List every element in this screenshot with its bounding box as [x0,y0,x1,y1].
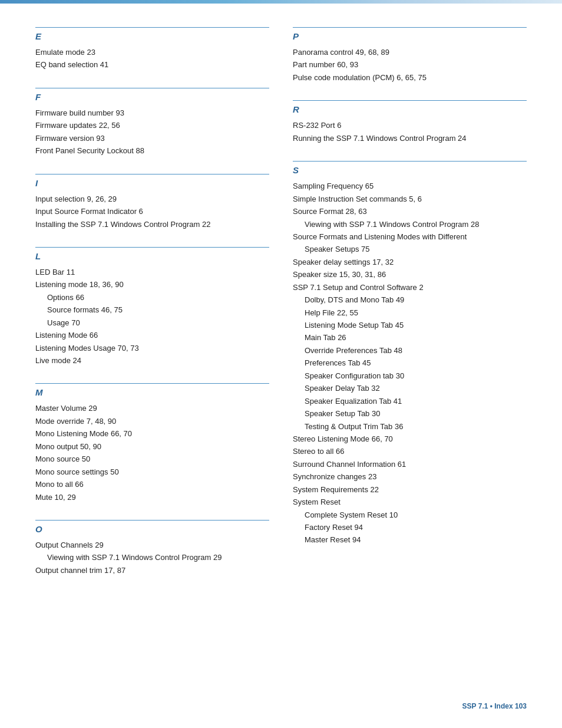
index-entry: Output channel trim 17, 87 [35,564,269,577]
index-entry: Override Preferences Tab 48 [293,344,527,357]
index-entry: Speaker size 15, 30, 31, 86 [293,268,527,281]
index-entry: Speaker Setup Tab 30 [293,407,527,420]
section-header: F [35,88,269,102]
index-entry: Live mode 24 [35,354,269,367]
index-entry: LED Bar 11 [35,266,269,278]
index-entry: EQ band selection 41 [35,58,269,71]
section-header: R [293,100,527,114]
index-entry: Source Formats and Listening Modes with … [293,230,527,243]
index-entry: Firmware version 93 [35,132,269,144]
page-content: EEmulate mode 23EQ band selection 41FFir… [0,4,562,628]
index-entry: Running the SSP 7.1 Windows Control Prog… [293,132,527,144]
index-entry: Sampling Frequency 65 [293,180,527,192]
left-column: EEmulate mode 23EQ band selection 41FFir… [35,27,269,593]
footer-text: SSP 7.1 • Index 103 [462,702,527,710]
index-section-m: MMaster Volume 29Mode override 7, 48, 90… [35,383,269,503]
index-section-i: IInput selection 9, 26, 29Input Source F… [35,174,269,230]
index-entry: Factory Reset 94 [293,521,527,533]
index-entry: Speaker Setups 75 [293,243,527,255]
index-entry: System Requirements 22 [293,483,527,496]
section-letter: E [35,31,41,41]
index-entry: Viewing with SSP 7.1 Windows Control Pro… [35,551,269,564]
index-entry: Synchronize changes 23 [293,470,527,483]
index-entry: Speaker delay settings 17, 32 [293,256,527,268]
index-entry: Help File 22, 55 [293,307,527,319]
index-entry: Input selection 9, 26, 29 [35,193,269,205]
index-entry: Mono to all 66 [35,478,269,490]
index-section-e: EEmulate mode 23EQ band selection 41 [35,27,269,71]
index-entry: Preferences Tab 45 [293,357,527,369]
index-entry: Speaker Configuration tab 30 [293,370,527,382]
index-entry: Stereo Listening Mode 66, 70 [293,433,527,445]
index-entry: Mono Listening Mode 66, 70 [35,427,269,440]
index-entry: Listening mode 18, 36, 90 [35,278,269,291]
index-entry: Usage 70 [35,317,269,329]
section-letter: L [35,251,41,261]
index-entry: Part number 60, 93 [293,58,527,71]
index-entry: Mono source settings 50 [35,466,269,478]
section-header: I [35,174,269,188]
footer: SSP 7.1 • Index 103 [462,702,527,710]
index-section-p: PPanorama control 49, 68, 89Part number … [293,27,527,84]
index-entry: Mono source 50 [35,453,269,465]
index-entry: Emulate mode 23 [35,46,269,58]
section-letter: P [293,31,299,41]
index-entry: System Reset [293,496,527,508]
index-entry: Master Reset 94 [293,533,527,546]
index-entry: Source Format 28, 63 [293,205,527,218]
index-entry: Input Source Format Indicator 6 [35,205,269,218]
section-header: L [35,247,269,261]
section-letter: R [293,104,299,114]
section-header: O [35,520,269,534]
index-entry: Surround Channel Information 61 [293,458,527,470]
index-entry: Speaker Delay Tab 32 [293,382,527,394]
index-entry: Output Channels 29 [35,539,269,551]
index-entry: Mute 10, 29 [35,491,269,503]
index-entry: Listening Modes Usage 70, 73 [35,342,269,354]
section-letter: M [35,387,43,397]
index-entry: Viewing with SSP 7.1 Windows Control Pro… [293,218,527,230]
index-entry: Testing & Output Trim Tab 36 [293,420,527,433]
index-entry: Panorama control 49, 68, 89 [293,46,527,58]
index-entry: Source formats 46, 75 [35,304,269,316]
index-entry: Speaker Equalization Tab 41 [293,395,527,407]
index-section-s: SSampling Frequency 65Simple Instruction… [293,161,527,546]
index-entry: Complete System Reset 10 [293,509,527,521]
section-letter: I [35,178,38,188]
section-header: S [293,161,527,175]
index-entry: Mono output 50, 90 [35,440,269,453]
section-header: P [293,27,527,41]
index-entry: SSP 7.1 Setup and Control Software 2 [293,281,527,294]
index-entry: Listening Mode 66 [35,329,269,341]
section-letter: S [293,165,299,175]
right-column: PPanorama control 49, 68, 89Part number … [293,27,527,593]
section-letter: O [35,524,42,534]
two-column-layout: EEmulate mode 23EQ band selection 41FFir… [35,27,527,593]
section-header: E [35,27,269,41]
index-entry: Firmware updates 22, 56 [35,119,269,131]
index-entry: Stereo to all 66 [293,445,527,457]
index-entry: Mode override 7, 48, 90 [35,415,269,427]
section-letter: F [35,92,41,102]
index-entry: Installing the SSP 7.1 Windows Control P… [35,218,269,230]
index-section-l: LLED Bar 11Listening mode 18, 36, 90Opti… [35,247,269,367]
index-entry: Dolby, DTS and Mono Tab 49 [293,294,527,306]
index-entry: Options 66 [35,291,269,304]
index-entry: Firmware build number 93 [35,107,269,119]
index-section-o: OOutput Channels 29Viewing with SSP 7.1 … [35,520,269,577]
index-section-f: FFirmware build number 93Firmware update… [35,88,269,157]
index-entry: Front Panel Security Lockout 88 [35,144,269,157]
index-entry: Pulse code modulation (PCM) 6, 65, 75 [293,71,527,84]
index-entry: Main Tab 26 [293,331,527,344]
index-entry: Simple Instruction Set commands 5, 6 [293,193,527,205]
section-header: M [35,383,269,397]
index-entry: Master Volume 29 [35,402,269,414]
index-entry: RS-232 Port 6 [293,119,527,131]
index-section-r: RRS-232 Port 6Running the SSP 7.1 Window… [293,100,527,144]
index-entry: Listening Mode Setup Tab 45 [293,319,527,331]
